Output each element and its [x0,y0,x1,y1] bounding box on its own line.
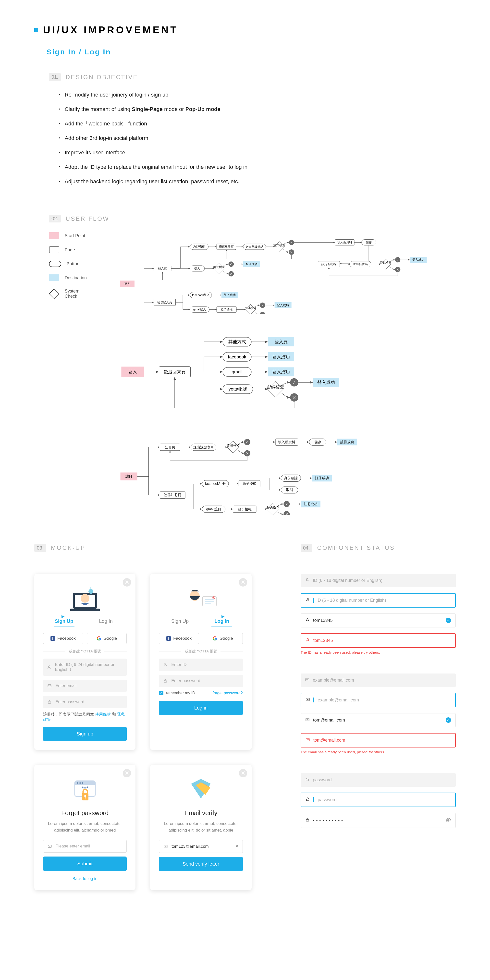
svg-point-139 [165,663,166,665]
clear-icon[interactable]: ✕ [235,844,239,849]
google-button[interactable]: Google [87,633,127,644]
svg-text:✕: ✕ [285,512,288,515]
section-number: 04. [301,544,312,552]
id-focus[interactable]: D (6 - 18 digital number or English) [301,593,456,608]
pwd-focus[interactable]: password [301,792,456,807]
svg-text:社群登入頁: 社群登入頁 [157,301,172,304]
svg-text:✕: ✕ [292,395,296,400]
svg-text:登入成功: 登入成功 [272,369,290,374]
consent-text: 註冊後，即表示已閱讀及同意 使用條款 和 隱私政策 [43,712,127,722]
svg-text:登入成功: 登入成功 [412,258,424,261]
objective-item: Improve its user interface [59,148,456,157]
close-icon[interactable]: ✕ [239,578,247,587]
or-divider: 或創建 YOTTA 帳號 [69,649,101,654]
legend-button: Button [67,261,80,267]
svg-point-153 [307,598,309,600]
svg-text:✓: ✓ [261,304,264,307]
google-button[interactable]: Google [203,633,243,644]
submit-button[interactable]: Submit [43,856,127,871]
svg-rect-160 [306,779,309,781]
facebook-button[interactable]: fFacebook [43,633,83,644]
svg-text:登入頁: 登入頁 [158,267,167,270]
login-card: ✕ ▶ Sign Up Log In fFacebook Google 或創建 … [150,574,251,750]
close-icon[interactable]: ✕ [123,578,131,587]
svg-text:註冊成功: 註冊成功 [315,476,329,480]
svg-text:填入新資料: 填入新資料 [337,240,352,244]
password-input[interactable]: Enter password [43,696,127,708]
svg-text:密碼檢查: 密碼檢查 [267,384,284,389]
svg-text:✓: ✓ [230,262,232,266]
svg-text:登入: 登入 [124,282,130,286]
svg-text:?: ? [84,797,86,801]
svg-text:✓: ✓ [285,502,288,506]
title-marker [34,28,38,32]
tab-signup[interactable]: Sign Up [159,618,201,627]
signup-illustration [43,583,127,615]
svg-point-154 [307,618,308,620]
pwd-default[interactable]: password [301,773,456,787]
flow-diagrams: 登入 登入頁 社群登入頁 忘記密碼 密碼重設頁 [118,232,456,515]
close-icon[interactable]: ✕ [123,769,131,777]
email-default[interactable]: example@email.com [301,673,456,687]
svg-text:給予授權: 給予授權 [242,482,256,485]
page-title: UI/UX IMPROVEMENT [43,24,178,35]
svg-point-143 [77,782,78,784]
email-input[interactable]: Please enter email [43,840,127,853]
svg-text:註冊頁: 註冊頁 [165,445,175,449]
section-title: MOCK-UP [51,544,86,551]
tab-signup[interactable]: Sign Up [43,618,85,627]
svg-text:送出重設連結: 送出重設連結 [246,245,263,248]
email-input[interactable]: Enter email [43,679,127,692]
svg-rect-162 [306,819,309,821]
tab-login[interactable]: Log In [201,618,243,627]
eye-icon[interactable] [445,817,451,824]
tab-login[interactable]: Log In [85,618,127,627]
email-input[interactable]: tom123@email.com✕ [159,840,243,853]
id-default[interactable]: ID (6 - 18 digital number or English) [301,574,456,587]
svg-text:✕: ✕ [261,313,264,314]
signup-button[interactable]: Sign up [43,727,127,741]
objective-item: Clarify the moment of using Single-Page … [59,105,456,113]
forget-password-link[interactable]: forget password? [213,691,243,695]
svg-text:登入成功: 登入成功 [246,262,258,266]
svg-rect-140 [164,681,167,682]
subtitle: Sign In / Log In [46,48,111,56]
svg-text:✕: ✕ [230,272,232,275]
password-input[interactable]: Enter password [159,675,243,687]
id-input[interactable]: Enter ID ( 6-24 digital number or Englis… [43,659,127,676]
svg-text:登入頁: 登入頁 [274,339,288,344]
svg-text:✓: ✓ [292,380,296,385]
svg-text:註冊: 註冊 [126,474,132,478]
pwd-filled[interactable]: ● ● ● ● ● ● ● ● ● ● [301,813,456,828]
email-error[interactable]: tom@email.com [301,733,456,748]
send-verify-button[interactable]: Send verify letter [159,857,243,871]
objective-item: Add the「welcome back」function [59,119,456,128]
back-link[interactable]: Back to log in [43,877,127,881]
id-valid[interactable]: tom12345✓ [301,614,456,627]
id-input[interactable]: Enter ID [159,659,243,671]
svg-text:忘記密碼: 忘記密碼 [193,245,205,248]
login-illustration [159,583,243,615]
svg-text:facebook: facebook [228,354,246,360]
close-icon[interactable]: ✕ [239,769,247,777]
svg-text:註冊成功: 註冊成功 [340,440,354,444]
svg-text:gmail登入: gmail登入 [193,308,206,311]
svg-text:社群註冊頁: 社群註冊頁 [164,493,181,497]
facebook-button[interactable]: fFacebook [159,633,199,644]
svg-text:登入成功: 登入成功 [277,304,289,307]
svg-point-152 [307,578,308,580]
svg-point-132 [88,589,93,594]
email-focus[interactable]: example@email.com [301,693,456,707]
objective-item: Adjust the backend logic regarding user … [59,177,456,186]
id-error[interactable]: tom12345 [301,633,456,648]
email-valid[interactable]: tom@email.com✓ [301,713,456,727]
login-button[interactable]: Log in [159,701,243,715]
forget-desc: Lorem ipsum dolor sit amet, consectetur … [43,820,127,834]
remember-checkbox[interactable]: ✓remember my ID [159,691,195,695]
terms-link[interactable]: 使用條款 [95,712,111,716]
legend-start: Start Point [65,233,85,239]
svg-text:儲存: 儲存 [314,440,321,444]
forget-illustration: ***? [43,774,127,806]
svg-text:送出新密碼: 送出新密碼 [353,262,368,266]
section-number: 03. [34,544,46,552]
